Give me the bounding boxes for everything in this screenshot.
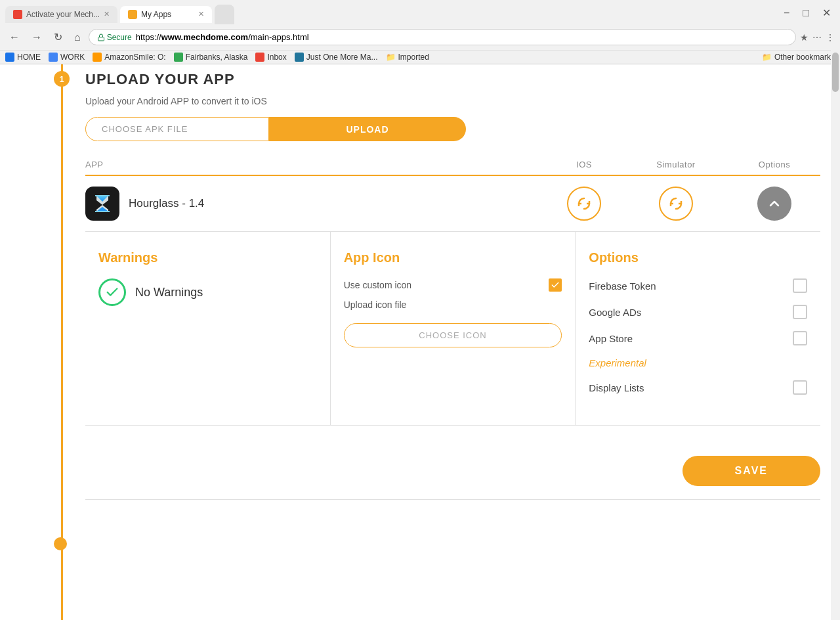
checkbox-check-icon bbox=[551, 280, 560, 290]
warnings-title: Warnings bbox=[98, 250, 317, 265]
page-content: 1 UPLOAD YOUR APP Upload your Android AP… bbox=[0, 64, 840, 620]
home-button[interactable]: ⌂ bbox=[70, 29, 85, 46]
chevron-up-icon bbox=[766, 196, 782, 211]
options-title: Options bbox=[589, 250, 807, 265]
option-appstore-label: App Store bbox=[589, 333, 633, 344]
scrollbar[interactable] bbox=[831, 0, 840, 620]
option-firebase-checkbox[interactable] bbox=[793, 278, 807, 293]
timeline-bottom-dot bbox=[54, 537, 67, 550]
hourglass-svg bbox=[90, 191, 115, 216]
forward-button[interactable]: → bbox=[28, 29, 46, 46]
bookmark-home[interactable]: HOME bbox=[5, 53, 41, 62]
minimize-button[interactable]: − bbox=[780, 4, 793, 22]
simulator-build-button[interactable] bbox=[659, 187, 693, 221]
option-experimental-label: Experimental bbox=[589, 357, 646, 368]
app-details-panel: Warnings No Warnings App Icon bbox=[85, 231, 820, 426]
app-name: Hourglass - 1.4 bbox=[129, 197, 204, 210]
use-custom-icon-row: Use custom icon bbox=[344, 278, 562, 292]
timeline-step-dot: 1 bbox=[54, 71, 70, 87]
tab-favicon-gmail bbox=[13, 10, 22, 19]
refresh-ios-icon bbox=[576, 196, 592, 211]
bookmark-justonemore[interactable]: Just One More Ma... bbox=[295, 53, 378, 62]
option-displaylists-row: Display Lists bbox=[589, 380, 807, 395]
upload-controls: CHOOSE APK FILE UPLOAD bbox=[85, 117, 466, 141]
svg-rect-0 bbox=[98, 37, 104, 41]
bookmark-amazon[interactable]: AmazonSmile: O: bbox=[93, 53, 165, 62]
warnings-section: Warnings No Warnings bbox=[85, 232, 330, 425]
bookmark-home-favicon bbox=[5, 53, 14, 62]
choose-icon-button[interactable]: CHOOSE ICON bbox=[344, 323, 562, 347]
col-options: Options bbox=[728, 160, 820, 169]
bookmark-justonemore-label: Just One More Ma... bbox=[306, 53, 378, 62]
upload-icon-row: Upload icon file bbox=[344, 299, 562, 310]
ios-build-button[interactable] bbox=[567, 187, 601, 221]
use-custom-icon-checkbox[interactable] bbox=[549, 278, 562, 292]
app-info: Hourglass - 1.4 bbox=[85, 187, 545, 221]
tab-close-myapps[interactable]: ✕ bbox=[198, 10, 204, 18]
bookmark-imported[interactable]: 📁 Imported bbox=[386, 53, 429, 62]
tab-label-activate: Activate your Mech... bbox=[26, 10, 100, 19]
address-bar-icons: ★ ⋯ ⋮ bbox=[800, 32, 835, 43]
bookmark-folder-icon: 📁 bbox=[386, 53, 396, 62]
main-content: UPLOAD YOUR APP Upload your Android APP … bbox=[0, 64, 840, 620]
col-ios: IOS bbox=[545, 160, 623, 169]
option-displaylists-checkbox[interactable] bbox=[793, 380, 807, 395]
app-row: Hourglass - 1.4 bbox=[85, 176, 820, 231]
options-section: Options Firebase Token Google ADs App St… bbox=[576, 232, 820, 425]
app-icon bbox=[85, 187, 119, 221]
option-experimental-row: Experimental bbox=[589, 357, 807, 368]
upload-icon-label: Upload icon file bbox=[344, 299, 407, 310]
upload-subtitle: Upload your Android APP to convert it to… bbox=[85, 96, 820, 106]
back-button[interactable]: ← bbox=[5, 29, 24, 46]
other-bookmarks-folder-icon: 📁 bbox=[762, 53, 772, 62]
bookmark-star-icon[interactable]: ★ bbox=[800, 32, 808, 43]
new-tab-button[interactable] bbox=[215, 5, 234, 24]
address-bar[interactable]: Secure https://www.mechdome.com/main-app… bbox=[89, 29, 796, 45]
upload-button[interactable]: UPLOAD bbox=[269, 117, 466, 141]
bookmark-work[interactable]: WORK bbox=[49, 53, 85, 62]
tab-myapps[interactable]: My Apps ✕ bbox=[120, 6, 212, 23]
upload-section: UPLOAD YOUR APP Upload your Android APP … bbox=[85, 71, 820, 141]
bookmarks-bar: HOME WORK AmazonSmile: O: Fairbanks, Ala… bbox=[0, 50, 840, 64]
bookmark-imported-label: Imported bbox=[398, 53, 429, 62]
app-icon-title: App Icon bbox=[344, 250, 562, 265]
bookmark-fairbanks-favicon bbox=[174, 53, 183, 62]
address-url: https://www.mechdome.com/main-apps.html bbox=[136, 32, 309, 42]
bookmark-amazon-favicon bbox=[93, 53, 102, 62]
bookmark-fairbanks[interactable]: Fairbanks, Alaska bbox=[174, 53, 248, 62]
option-googleads-checkbox[interactable] bbox=[793, 305, 807, 319]
extensions-icon[interactable]: ⋯ bbox=[812, 32, 822, 43]
col-simulator: Simulator bbox=[623, 160, 728, 169]
no-warnings-text: No Warnings bbox=[135, 286, 203, 299]
timeline-line bbox=[61, 64, 63, 620]
maximize-button[interactable]: □ bbox=[799, 4, 813, 22]
save-button[interactable]: SAVE bbox=[682, 456, 820, 486]
reload-button[interactable]: ↻ bbox=[50, 28, 66, 46]
browser-title-bar: Activate your Mech... ✕ My Apps ✕ − □ ✕ bbox=[0, 0, 840, 24]
secure-label: Secure bbox=[107, 33, 132, 42]
timeline-container: 1 UPLOAD YOUR APP Upload your Android AP… bbox=[0, 64, 840, 620]
app-table-header: APP IOS Simulator Options bbox=[85, 154, 820, 176]
choose-apk-button[interactable]: CHOOSE APK FILE bbox=[85, 117, 269, 141]
section-divider bbox=[85, 499, 820, 500]
bookmark-fairbanks-label: Fairbanks, Alaska bbox=[186, 53, 248, 62]
bookmark-work-label: WORK bbox=[60, 53, 85, 62]
bookmark-gmail[interactable]: Inbox bbox=[255, 53, 286, 62]
tab-activate[interactable]: Activate your Mech... ✕ bbox=[5, 6, 117, 23]
scrollbar-thumb[interactable] bbox=[832, 53, 839, 92]
secure-indicator: Secure bbox=[97, 33, 132, 42]
tab-close-activate[interactable]: ✕ bbox=[104, 10, 110, 18]
options-expand-button[interactable] bbox=[757, 187, 791, 221]
other-bookmarks[interactable]: 📁 Other bookmarks bbox=[762, 53, 835, 62]
other-bookmarks-label: Other bookmarks bbox=[774, 53, 835, 62]
warning-item: No Warnings bbox=[98, 278, 317, 306]
tab-favicon-myapps bbox=[128, 10, 137, 19]
option-displaylists-label: Display Lists bbox=[589, 382, 644, 393]
option-googleads-row: Google ADs bbox=[589, 305, 807, 319]
option-googleads-label: Google ADs bbox=[589, 307, 641, 318]
upload-title: UPLOAD YOUR APP bbox=[85, 71, 820, 88]
option-appstore-checkbox[interactable] bbox=[793, 331, 807, 345]
option-firebase-row: Firebase Token bbox=[589, 278, 807, 293]
bookmark-gmail-label: Inbox bbox=[267, 53, 286, 62]
bookmark-amazon-label: AmazonSmile: O: bbox=[104, 53, 165, 62]
